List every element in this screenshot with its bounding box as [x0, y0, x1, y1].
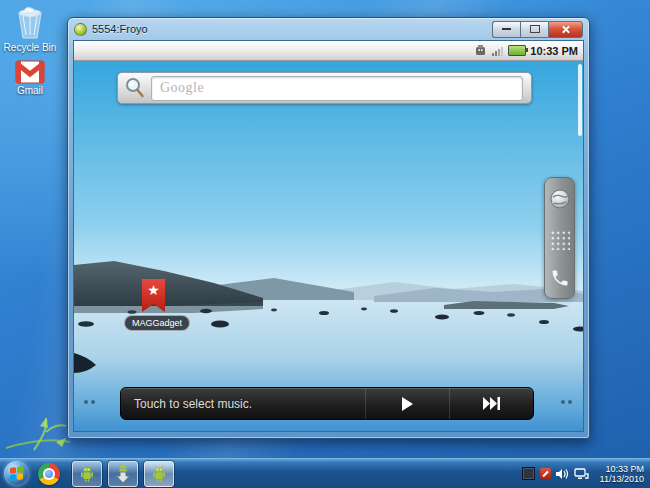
google-search-widget[interactable] [117, 72, 532, 104]
network-icon[interactable] [574, 468, 589, 480]
home-page-indicator-right[interactable] [561, 400, 572, 404]
star-icon: ★ [147, 279, 160, 301]
desktop-icon-label: Gmail [3, 85, 57, 96]
maggadget-shortcut-label[interactable]: MAGGadget [124, 315, 190, 331]
system-tray: 10:33 PM 11/13/2010 [522, 464, 646, 484]
desktop-icon-label: Recycle Bin [3, 42, 57, 53]
tray-app-icon[interactable] [522, 467, 535, 480]
maximize-icon [530, 25, 540, 33]
window-controls [492, 21, 583, 38]
android-app-icon [74, 23, 87, 36]
launcher-tab [544, 177, 575, 299]
battery-icon [508, 45, 526, 56]
music-widget: Touch to select music. [120, 387, 534, 420]
minimize-button[interactable] [492, 21, 520, 38]
emulator-screen: 10:33 PM [73, 40, 584, 432]
search-input[interactable] [151, 76, 523, 101]
windows-flag-icon [10, 466, 23, 480]
home-page-indicator-left[interactable] [84, 400, 95, 404]
clock-time: 10:33 PM [600, 464, 644, 474]
emulator-window: 5554:Froyo [67, 17, 590, 439]
window-titlebar[interactable]: 5554:Froyo [68, 18, 589, 40]
android-robot-icon [77, 464, 97, 484]
maximize-button[interactable] [520, 21, 548, 38]
lake-wallpaper [74, 61, 583, 431]
android-robot-icon [149, 464, 169, 484]
minimize-icon [502, 28, 511, 30]
play-button[interactable] [365, 388, 449, 419]
desktop-icon-gmail[interactable]: Gmail [3, 60, 57, 96]
search-magnifier-icon [124, 76, 146, 100]
phone-icon[interactable] [550, 268, 570, 288]
play-icon [402, 397, 413, 411]
volume-icon[interactable] [556, 468, 569, 480]
tray-alert-icon[interactable] [540, 468, 551, 479]
skip-next-icon [483, 397, 501, 410]
music-prompt[interactable]: Touch to select music. [121, 388, 365, 419]
taskbar-button-emulator[interactable] [72, 461, 102, 487]
taskbar-button-avd[interactable] [144, 461, 174, 487]
signal-bars-icon [491, 44, 504, 57]
windows-desktop: Recycle Bin Gmail 5554:Froyo [0, 0, 650, 488]
usb-debug-icon [474, 44, 487, 57]
taskbar-button-sdk-manager[interactable] [108, 461, 138, 487]
gmail-icon [15, 60, 45, 84]
app-drawer-icon[interactable] [549, 229, 570, 250]
window-title: 5554:Froyo [92, 23, 148, 35]
close-icon [561, 25, 570, 34]
skip-next-button[interactable] [449, 388, 533, 419]
android-download-icon [113, 463, 133, 485]
chrome-taskbar-icon[interactable] [38, 463, 60, 485]
status-bar-clock: 10:33 PM [530, 45, 578, 57]
close-button[interactable] [548, 21, 583, 38]
clock-date: 11/13/2010 [600, 474, 644, 484]
android-home-screen: ★ MAGGadget Touch to select music. [74, 61, 583, 431]
desktop-icon-recycle-bin[interactable]: Recycle Bin [3, 5, 57, 53]
recycle-bin-icon [12, 5, 48, 41]
screen-scrollbar[interactable] [578, 64, 582, 136]
windows-taskbar: 10:33 PM 11/13/2010 [0, 458, 650, 488]
android-status-bar: 10:33 PM [74, 41, 583, 61]
taskbar-clock[interactable]: 10:33 PM 11/13/2010 [600, 464, 644, 484]
start-button[interactable] [4, 461, 29, 486]
browser-globe-icon[interactable] [549, 188, 571, 210]
